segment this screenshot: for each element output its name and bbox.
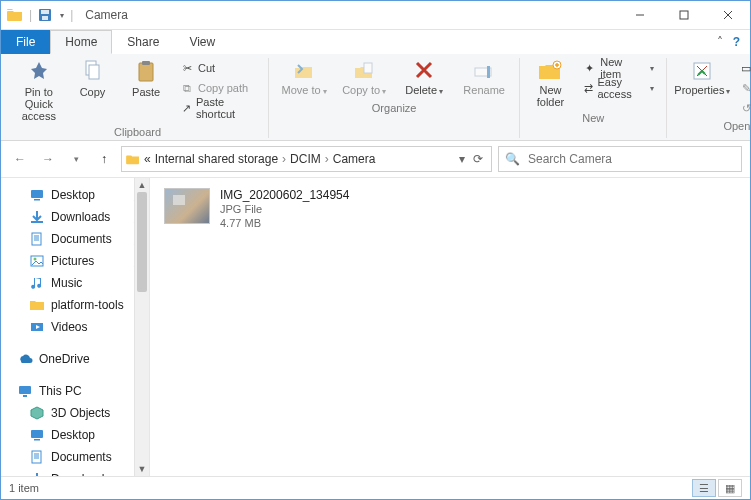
open-button[interactable]: ▭Open▾ [735, 58, 751, 78]
breadcrumb-3[interactable]: Camera [333, 152, 376, 166]
group-clipboard: Pin to Quick access Copy Paste ✂Cut ⧉Cop… [7, 58, 269, 138]
help-icon[interactable]: ? [733, 35, 740, 49]
chevron-right-icon[interactable]: › [282, 152, 286, 166]
paste-shortcut-button[interactable]: ↗Paste shortcut [176, 98, 260, 118]
maximize-button[interactable] [662, 1, 706, 29]
videos-icon [29, 319, 45, 335]
group-new-caption: New [582, 110, 604, 124]
new-item-button[interactable]: ✦New item▾ [579, 58, 659, 78]
tab-share[interactable]: Share [112, 30, 174, 54]
sidebar-item-documents[interactable]: Documents [9, 446, 149, 468]
navigation-pane: Desktop📌Downloads📌Documents📌Pictures📌Mus… [1, 178, 150, 476]
recent-button[interactable]: ▾ [65, 148, 87, 170]
sidebar-scrollbar[interactable]: ▲ ▼ [134, 178, 149, 476]
sidebar-item-platform-tools[interactable]: platform-tools [9, 294, 149, 316]
sidebar-item-downloads[interactable]: Downloads [9, 468, 149, 476]
copy-label: Copy [80, 86, 106, 98]
up-button[interactable]: ↑ [93, 148, 115, 170]
explorer-window: | ▾ | Camera File Home Share View ˄ ? [0, 0, 751, 500]
minimize-button[interactable] [618, 1, 662, 29]
group-clipboard-caption: Clipboard [114, 124, 161, 138]
desktop-icon [29, 427, 45, 443]
window-title: Camera [85, 8, 128, 22]
sidebar-item-3d-objects[interactable]: 3D Objects [9, 402, 149, 424]
sidebar-item-desktop[interactable]: Desktop📌 [9, 184, 149, 206]
forward-button[interactable]: → [37, 148, 59, 170]
file-name: IMG_20200602_134954 [220, 188, 349, 202]
documents-icon [29, 449, 45, 465]
group-new: New folder ✦New item▾ ⇄Easy access▾ New [520, 58, 667, 138]
edit-button[interactable]: ✎Edit [735, 78, 751, 98]
pin-to-quick-access-button[interactable]: Pin to Quick access [15, 58, 63, 124]
edit-icon: ✎ [739, 81, 751, 95]
address-dropdown-icon[interactable]: ▾ [459, 152, 465, 166]
sidebar-item-desktop[interactable]: Desktop [9, 424, 149, 446]
sidebar-item-videos[interactable]: Videos [9, 316, 149, 338]
move-to-button[interactable]: Move to▾ [277, 58, 331, 100]
sidebar-item-pictures[interactable]: Pictures📌 [9, 250, 149, 272]
view-switcher: ☰ ▦ [692, 479, 742, 497]
address-bar[interactable]: « Internal shared storage › DCIM › Camer… [121, 146, 492, 172]
scroll-track[interactable] [135, 192, 149, 462]
scroll-down-icon[interactable]: ▼ [135, 462, 149, 476]
quick-access-toolbar: | ▾ | Camera [1, 8, 134, 22]
breadcrumb-2[interactable]: DCIM [290, 152, 321, 166]
svg-rect-13 [31, 190, 43, 198]
new-folder-button[interactable]: New folder [528, 58, 573, 110]
downloads-icon [29, 209, 45, 225]
move-to-label: Move to [282, 84, 321, 96]
save-icon[interactable] [38, 8, 52, 22]
breadcrumb-1[interactable]: Internal shared storage [155, 152, 278, 166]
properties-icon [691, 60, 713, 82]
copy-to-button[interactable]: Copy to▾ [337, 58, 391, 100]
delete-label: Delete [405, 84, 437, 96]
paste-button[interactable]: Paste [122, 58, 170, 100]
tab-file[interactable]: File [1, 30, 50, 54]
folder-icon [7, 8, 23, 22]
ribbon: Pin to Quick access Copy Paste ✂Cut ⧉Cop… [1, 54, 750, 141]
sidebar-item-this-pc[interactable]: This PC [9, 380, 149, 402]
file-meta: IMG_20200602_134954 JPG File 4.77 MB [220, 188, 349, 230]
tab-view[interactable]: View [174, 30, 230, 54]
onedrive-icon [17, 351, 33, 367]
copy-path-button[interactable]: ⧉Copy path [176, 78, 260, 98]
refresh-button[interactable]: ⟳ [473, 152, 483, 166]
back-button[interactable]: ← [9, 148, 31, 170]
delete-button[interactable]: Delete▾ [397, 58, 451, 100]
3d-icon [29, 405, 45, 421]
sidebar-item-onedrive[interactable]: OneDrive [9, 348, 149, 370]
ribbon-collapse-icon[interactable]: ˄ [717, 35, 723, 49]
paste-label: Paste [132, 86, 160, 98]
svg-rect-5 [89, 65, 99, 79]
svg-rect-2 [42, 16, 48, 20]
sidebar-item-music[interactable]: Music [9, 272, 149, 294]
history-button[interactable]: ↺History [735, 98, 751, 118]
cut-button[interactable]: ✂Cut [176, 58, 260, 78]
search-box[interactable]: 🔍 [498, 146, 742, 172]
sidebar-item-documents[interactable]: Documents📌 [9, 228, 149, 250]
group-organize: Move to▾ Copy to▾ Delete▾ Rename Organiz… [269, 58, 520, 138]
chevron-right-icon[interactable]: › [325, 152, 329, 166]
qat-separator: | [70, 8, 73, 22]
window-controls [618, 1, 750, 29]
easy-access-label: Easy access [597, 76, 644, 100]
rename-button[interactable]: Rename [457, 58, 511, 98]
large-icons-view-button[interactable]: ▦ [718, 479, 742, 497]
properties-button[interactable]: Properties▾ [675, 58, 729, 100]
scroll-up-icon[interactable]: ▲ [135, 178, 149, 192]
scroll-thumb[interactable] [137, 192, 147, 292]
svg-rect-8 [364, 63, 372, 73]
breadcrumb-prefix[interactable]: « [144, 152, 151, 166]
tab-home[interactable]: Home [50, 30, 112, 54]
file-list[interactable]: IMG_20200602_134954 JPG File 4.77 MB [150, 178, 750, 476]
easy-access-button[interactable]: ⇄Easy access▾ [579, 78, 659, 98]
file-size: 4.77 MB [220, 216, 349, 230]
file-item[interactable]: IMG_20200602_134954 JPG File 4.77 MB [164, 188, 736, 230]
qat-dropdown-icon[interactable]: ▾ [60, 11, 64, 20]
qat-separator: | [29, 8, 32, 22]
sidebar-item-downloads[interactable]: Downloads📌 [9, 206, 149, 228]
close-button[interactable] [706, 1, 750, 29]
copy-button[interactable]: Copy [69, 58, 117, 100]
search-input[interactable] [526, 151, 735, 167]
details-view-button[interactable]: ☰ [692, 479, 716, 497]
